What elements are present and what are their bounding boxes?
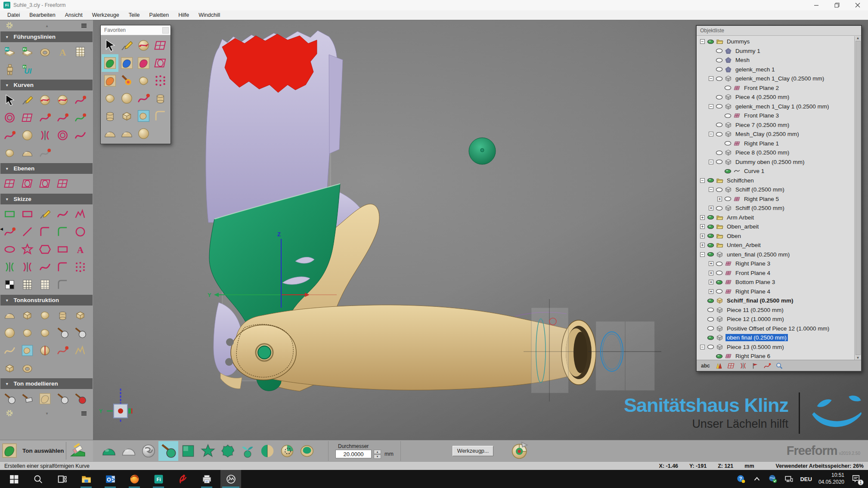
- visibility-off-icon[interactable]: [715, 104, 723, 109]
- construction-plane-icon[interactable]: [1, 175, 19, 192]
- group-select-icon[interactable]: [19, 205, 36, 223]
- palette-options-button[interactable]: [162, 27, 169, 34]
- expand-box-icon[interactable]: +: [709, 271, 713, 275]
- expand-box-icon[interactable]: +: [717, 197, 722, 201]
- tool-palette-button[interactable]: Werkzeugp...: [453, 446, 493, 456]
- bowl-tool[interactable]: [297, 441, 317, 461]
- curve-on-clay-icon[interactable]: [36, 91, 54, 109]
- collapse-box-icon[interactable]: −: [709, 187, 713, 192]
- curve-handle-icon[interactable]: [1, 223, 19, 241]
- select-pink-clay-icon[interactable]: [135, 54, 152, 72]
- green-dome-tool[interactable]: [99, 441, 119, 461]
- ring-template-icon[interactable]: [36, 43, 54, 61]
- sync-tray-icon[interactable]: [768, 474, 778, 484]
- select-sketch-icon[interactable]: [1, 205, 19, 223]
- hook-arm-icon[interactable]: [54, 324, 71, 342]
- tree-item[interactable]: Front Plane 2: [697, 83, 854, 93]
- island-icon[interactable]: [19, 342, 36, 359]
- sidebar-collapse-up-icon[interactable]: ▴: [46, 23, 48, 28]
- swirl-sphere-tool[interactable]: [139, 441, 158, 461]
- sidebar-settings-icon[interactable]: [5, 409, 14, 417]
- tree-item[interactable]: Front Plane 3: [697, 111, 854, 120]
- visibility-off-icon[interactable]: [715, 48, 723, 53]
- polyline-icon[interactable]: [71, 205, 89, 223]
- mirror-curve-icon[interactable]: [36, 127, 54, 144]
- visibility-off-icon[interactable]: [724, 85, 732, 90]
- layout-page-icon[interactable]: [71, 43, 89, 61]
- visibility-off-icon[interactable]: [715, 67, 723, 72]
- torch-tool-icon[interactable]: [118, 72, 135, 90]
- curve-loops-icon[interactable]: [1, 109, 19, 127]
- star-clay-tool[interactable]: [198, 441, 218, 461]
- visibility-on-icon[interactable]: [715, 280, 723, 285]
- tree-item[interactable]: Right Plane 6: [697, 352, 854, 360]
- notification-icon[interactable]: 1: [851, 474, 862, 484]
- square-clay-tool[interactable]: [178, 441, 198, 461]
- visibility-off-icon[interactable]: [715, 206, 723, 211]
- sphere-section-icon[interactable]: [511, 441, 530, 461]
- tree-item[interactable]: −Dummys: [697, 37, 854, 46]
- spiral-curve-icon[interactable]: [71, 127, 89, 144]
- tree-item[interactable]: Curve 1: [697, 167, 854, 176]
- roll-tool-icon[interactable]: [102, 107, 118, 125]
- push-ball-icon[interactable]: [54, 390, 71, 408]
- section-header-skizze[interactable]: ▾Skizze: [0, 194, 93, 204]
- tree-item[interactable]: Piece 8 (0.2500 mm): [697, 148, 854, 158]
- menu-hilfe[interactable]: Hilfe: [174, 12, 194, 18]
- visibility-on-icon[interactable]: [707, 298, 715, 303]
- tree-item[interactable]: +Unten_Arbeit: [697, 241, 854, 250]
- search-button[interactable]: [28, 470, 48, 488]
- menu-werkzeuge[interactable]: Werkzeuge: [87, 12, 124, 18]
- visibility-off-icon[interactable]: [707, 317, 715, 322]
- tree-item[interactable]: +Arm Arbeit: [697, 213, 854, 222]
- tree-item[interactable]: −gelenk_mech 1_Clay (0.2500 mm): [697, 74, 854, 83]
- plane-lamp-icon[interactable]: [54, 175, 71, 192]
- expand-box-icon[interactable]: +: [700, 243, 705, 247]
- collapse-box-icon[interactable]: −: [700, 345, 705, 349]
- wedge-primitive-icon[interactable]: [19, 306, 36, 324]
- dimple-pattern-icon[interactable]: [118, 125, 135, 142]
- tree-item[interactable]: +Right Plane 5: [697, 195, 854, 204]
- plane-circle-icon[interactable]: [152, 54, 169, 72]
- tree-item[interactable]: −Schiff (0.2500 mm): [697, 185, 854, 195]
- visibility-on-icon[interactable]: [707, 233, 715, 238]
- collapse-box-icon[interactable]: −: [700, 178, 705, 183]
- ui-guide-icon[interactable]: [19, 61, 36, 78]
- tree-item[interactable]: Piece 7 (0.2500 mm): [697, 120, 854, 130]
- cube-primitive-icon[interactable]: [71, 306, 89, 324]
- snap-curve-icon[interactable]: [54, 109, 71, 127]
- symmetry-head-icon[interactable]: [36, 342, 54, 359]
- plane-from-shapes-icon[interactable]: [19, 175, 36, 192]
- visibility-off-icon[interactable]: [707, 326, 715, 331]
- edit-endpoint-icon[interactable]: [1, 127, 19, 144]
- island-tool-icon[interactable]: [135, 107, 152, 125]
- diameter-input[interactable]: 20.0000: [335, 450, 372, 458]
- cylinder-primitive-icon[interactable]: [54, 306, 71, 324]
- tree-item[interactable]: +Bottom Plane 3: [697, 278, 854, 287]
- plane-from-curves-icon[interactable]: [36, 175, 54, 192]
- visibility-off-icon[interactable]: [715, 187, 723, 192]
- visibility-on-icon[interactable]: [707, 215, 715, 220]
- angle-icon[interactable]: [54, 276, 71, 293]
- tree-item[interactable]: −Piece 13 (0.5000 mm): [697, 343, 854, 352]
- tree-item[interactable]: Piece 11 (0.2500 mm): [697, 306, 854, 315]
- project-curve-icon[interactable]: [19, 109, 36, 127]
- visibility-on-icon[interactable]: [707, 39, 715, 44]
- burst-icon[interactable]: [19, 241, 36, 258]
- torus-icon[interactable]: [19, 359, 36, 377]
- expand-box-icon[interactable]: +: [709, 206, 713, 210]
- mirror-sketch-icon[interactable]: [19, 258, 36, 276]
- sketch-pencil-icon[interactable]: [36, 205, 54, 223]
- grid-snap-icon[interactable]: [36, 276, 54, 293]
- cone-primitive-icon[interactable]: [1, 306, 19, 324]
- acrobat-button[interactable]: [172, 470, 193, 488]
- tree-item[interactable]: −unten_final (0.2500 mm): [697, 250, 854, 259]
- visibility-off-icon[interactable]: [715, 270, 723, 275]
- visibility-off-icon[interactable]: [715, 289, 723, 294]
- splat-clay-tool[interactable]: [218, 441, 238, 461]
- arc-axis-icon[interactable]: [763, 362, 771, 370]
- line-icon[interactable]: [19, 223, 36, 241]
- curve-on-clay-icon[interactable]: [135, 37, 152, 54]
- freeform-button[interactable]: [148, 470, 169, 488]
- expand-box-icon[interactable]: +: [700, 224, 705, 229]
